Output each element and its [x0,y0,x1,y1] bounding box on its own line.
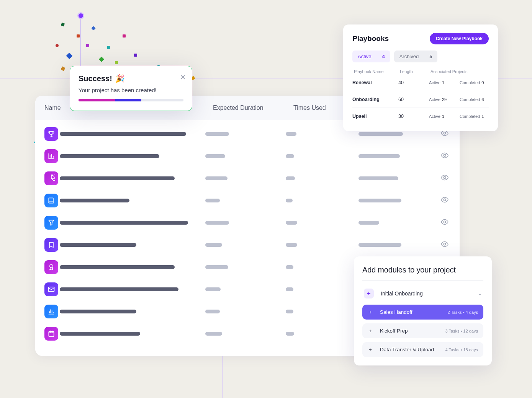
close-icon[interactable]: ✕ [180,73,186,82]
plus-icon: + [364,289,374,298]
svg-rect-14 [49,331,54,336]
bookmark-icon [44,238,58,252]
funnel-icon [44,216,58,230]
playbook-active: Active29 [429,97,460,102]
tab-archived[interactable]: Archived 5 [394,51,438,62]
name-placeholder [60,243,136,247]
confetti [134,54,137,57]
playbook-length: 40 [398,80,429,85]
mail-icon [44,282,58,296]
view-icon[interactable] [440,173,449,183]
duration-placeholder [205,243,222,247]
playbook-row[interactable]: Onboarding60Active29Completed6 [352,91,489,108]
used-placeholder [286,199,293,202]
table-row[interactable] [44,238,450,252]
book-icon [44,194,58,207]
duration-placeholder [205,199,220,202]
name-placeholder [60,154,159,158]
graph-icon [44,305,58,318]
module-item-meta: 3 Tasks • 12 days [445,329,478,333]
chevron-down-icon: ⌄ [478,291,482,296]
playbooks-panel: Playbooks Create New Playbook Active 4 A… [343,24,498,131]
confetti [86,44,89,47]
tab-active[interactable]: Active 4 [352,51,390,62]
module-item-meta: 4 Tasks • 18 days [445,347,478,352]
used-placeholder [286,332,294,336]
playbook-name: Upsell [352,114,398,119]
duration-placeholder [205,310,220,313]
confetti [107,46,110,49]
trophy-icon [44,127,58,141]
module-item[interactable]: +Kickoff Prep3 Tasks • 12 days [362,323,483,338]
view-icon[interactable] [440,218,449,228]
plus-icon: + [368,347,373,352]
extra-placeholder [358,176,398,180]
svg-point-4 [444,176,446,179]
playbook-row[interactable]: Renewal40Active1Completed0 [352,74,489,91]
playbook-completed: Completed0 [460,80,490,85]
svg-point-8 [444,221,446,223]
table-row[interactable] [44,149,450,163]
svg-point-0 [444,132,446,134]
view-icon[interactable] [440,240,449,250]
name-placeholder [60,287,178,291]
playbooks-columns: Playbook Name Length Associated Projects [352,69,489,74]
name-placeholder [60,310,136,313]
table-row[interactable] [44,194,450,207]
extra-placeholder [358,221,379,225]
module-item-name: Sales Handoff [380,309,413,315]
duration-placeholder [205,221,229,225]
playbook-row[interactable]: Upsell30Active1Completed1 [352,108,489,124]
module-item-name: Data Transfer & Upload [380,347,434,352]
extra-placeholder [358,243,401,247]
module-item-name: Kickoff Prep [380,328,408,334]
used-placeholder [286,221,297,225]
view-icon[interactable] [440,151,449,161]
playbook-name: Onboarding [352,97,398,102]
duration-placeholder [205,287,221,291]
svg-point-6 [444,199,446,201]
name-placeholder [60,132,186,136]
extra-placeholder [358,132,403,136]
pie-chart-icon [44,171,58,185]
module-item[interactable]: +Data Transfer & Upload4 Tasks • 18 days [362,342,483,357]
used-placeholder [286,287,293,291]
confetti [123,34,126,38]
module-item[interactable]: +Sales Handoff2 Tasks • 4 days [362,305,483,320]
name-placeholder [60,265,175,269]
duration-placeholder [205,265,228,269]
calendar-icon [44,327,58,341]
confetti [77,34,80,38]
used-placeholder [286,154,294,158]
party-popper-icon: 🎉 [115,74,125,83]
playbook-completed: Completed6 [460,97,490,102]
add-modules-panel: Add modules to your project + Initial On… [354,256,492,365]
playbooks-title: Playbooks [352,34,389,43]
module-section-header[interactable]: + Initial Onboarding ⌄ [362,286,483,301]
playbook-length: 60 [398,97,429,102]
col-expected-duration: Expected Duration [213,104,293,111]
module-item-meta: 2 Tasks • 4 days [448,310,478,315]
table-row[interactable] [44,216,450,230]
svg-point-2 [444,154,446,157]
playbook-active: Active1 [429,114,460,119]
confetti [115,61,118,64]
used-placeholder [286,176,295,180]
playbook-name: Renewal [352,80,398,85]
used-placeholder [286,132,296,136]
toast-title: Success!🎉 [79,74,183,83]
playbook-length: 30 [398,114,429,119]
progress-bar [79,99,183,101]
toast-body: Your project has been created! [79,87,183,93]
view-icon[interactable] [440,196,449,206]
table-row[interactable] [44,171,450,185]
playbook-completed: Completed1 [460,114,490,119]
duration-placeholder [205,132,229,136]
create-playbook-button[interactable]: Create New Playbook [430,33,489,44]
duration-placeholder [205,332,222,336]
extra-placeholder [358,199,401,202]
plus-icon: + [368,328,373,334]
playbook-active: Active1 [429,80,460,85]
plus-icon: + [368,309,373,315]
used-placeholder [286,265,293,269]
